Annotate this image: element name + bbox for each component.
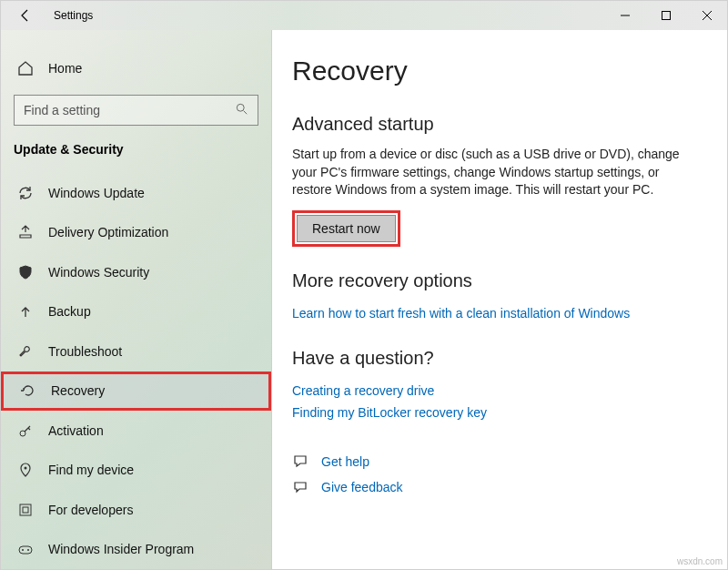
sidebar-item-find-my-device[interactable]: Find my device <box>1 451 271 490</box>
svg-rect-8 <box>20 504 31 515</box>
nav-label: Find my device <box>48 463 134 477</box>
shield-icon <box>17 264 34 280</box>
key-icon <box>17 422 34 439</box>
nav-label: Windows Insider Program <box>48 542 194 556</box>
sidebar: Home Find a setting Update & Security Wi… <box>1 30 272 569</box>
home-icon <box>17 60 34 76</box>
nav-label: Backup <box>48 304 91 319</box>
feedback-icon <box>292 479 308 495</box>
search-icon <box>236 103 248 118</box>
svg-rect-10 <box>19 546 32 554</box>
svg-point-7 <box>25 467 27 470</box>
svg-point-4 <box>237 104 244 111</box>
sync-icon <box>17 185 34 201</box>
restart-now-button[interactable]: Restart now <box>297 215 396 242</box>
main-panel: Recovery Advanced startup Start up from … <box>272 30 727 569</box>
sidebar-item-backup[interactable]: Backup <box>1 292 271 331</box>
titlebar: Settings <box>1 1 727 30</box>
get-help-icon <box>292 453 308 470</box>
search-input[interactable]: Find a setting <box>14 95 258 126</box>
give-feedback-link[interactable]: Give feedback <box>321 480 403 494</box>
search-placeholder: Find a setting <box>24 103 100 117</box>
svg-point-12 <box>27 549 29 551</box>
recovery-icon <box>20 382 36 399</box>
window-title: Settings <box>54 9 93 22</box>
nav-label: Windows Security <box>48 265 149 280</box>
svg-rect-1 <box>662 12 670 20</box>
delivery-icon <box>17 224 34 240</box>
bitlocker-key-link[interactable]: Finding my BitLocker recovery key <box>292 405 487 420</box>
sidebar-item-recovery[interactable]: Recovery <box>1 372 271 412</box>
nav-label: Delivery Optimization <box>48 225 168 239</box>
insider-icon <box>17 541 34 557</box>
nav-label: Troubleshoot <box>48 344 122 359</box>
advanced-startup-heading: Advanced startup <box>292 114 700 135</box>
nav-label: Windows Update <box>48 186 145 200</box>
sidebar-item-windows-insider[interactable]: Windows Insider Program <box>1 530 271 569</box>
question-heading: Have a question? <box>292 348 700 369</box>
sidebar-item-activation[interactable]: Activation <box>1 411 271 450</box>
minimize-button[interactable] <box>604 1 645 30</box>
sidebar-item-windows-security[interactable]: Windows Security <box>1 252 271 291</box>
svg-line-5 <box>244 111 248 115</box>
recovery-drive-link[interactable]: Creating a recovery drive <box>292 383 434 398</box>
sidebar-section-label: Update & Security <box>1 138 271 173</box>
sidebar-item-windows-update[interactable]: Windows Update <box>1 173 271 212</box>
restart-now-highlight: Restart now <box>292 210 400 247</box>
location-icon <box>17 462 34 478</box>
page-title: Recovery <box>292 56 700 87</box>
advanced-startup-desc: Start up from a device or disc (such as … <box>292 146 700 199</box>
wrench-icon <box>17 343 34 360</box>
sidebar-home-label: Home <box>48 61 82 76</box>
sidebar-item-troubleshoot[interactable]: Troubleshoot <box>1 331 271 371</box>
more-recovery-heading: More recovery options <box>292 270 700 291</box>
svg-point-11 <box>22 549 24 551</box>
clean-install-link[interactable]: Learn how to start fresh with a clean in… <box>292 306 630 321</box>
sidebar-home[interactable]: Home <box>1 48 271 87</box>
close-button[interactable] <box>686 1 727 30</box>
watermark: wsxdn.com <box>677 556 723 566</box>
get-help-link[interactable]: Get help <box>321 454 369 469</box>
backup-icon <box>17 303 34 320</box>
sidebar-item-for-developers[interactable]: For developers <box>1 490 271 529</box>
developer-icon <box>17 502 34 518</box>
svg-rect-9 <box>23 507 28 513</box>
nav-label: Recovery <box>51 383 105 398</box>
sidebar-item-delivery-optimization[interactable]: Delivery Optimization <box>1 213 271 252</box>
back-button[interactable] <box>8 1 43 30</box>
maximize-button[interactable] <box>645 1 686 30</box>
nav-label: For developers <box>48 503 133 517</box>
nav-label: Activation <box>48 423 104 438</box>
